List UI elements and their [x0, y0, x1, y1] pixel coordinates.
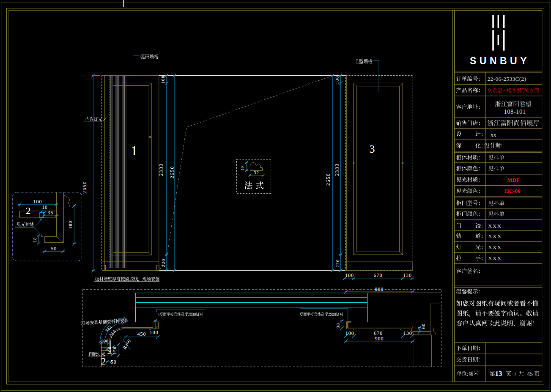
svg-text:10: 10: [42, 204, 48, 210]
svg-text:32: 32: [254, 170, 259, 175]
svg-text:220: 220: [335, 259, 340, 268]
svg-text:100: 100: [150, 329, 159, 335]
svg-text:2650: 2650: [82, 181, 88, 194]
svg-text:2330: 2330: [158, 163, 164, 176]
svg-text:100: 100: [68, 221, 73, 229]
svg-text:/: /: [515, 371, 516, 377]
svg-text:100: 100: [33, 199, 42, 205]
svg-text:2: 2: [101, 356, 106, 367]
svg-text:SUNBUY: SUNBUY: [470, 55, 530, 66]
svg-text:xx: xx: [491, 132, 496, 138]
svg-text:450: 450: [137, 331, 146, 337]
svg-text:100: 100: [107, 346, 112, 355]
svg-text:50: 50: [111, 359, 117, 365]
svg-text:2650: 2650: [325, 173, 331, 186]
svg-text:900: 900: [375, 286, 384, 292]
svg-text:XXX: XXX: [488, 233, 502, 239]
svg-text:100: 100: [160, 75, 165, 84]
svg-text:130: 130: [403, 272, 412, 278]
svg-text:3: 3: [370, 143, 375, 155]
svg-text:2650: 2650: [169, 166, 175, 178]
svg-text:22-06-2533C(2): 22-06-2533C(2): [488, 76, 526, 82]
svg-text:50: 50: [51, 246, 57, 252]
svg-text:2330: 2330: [334, 163, 340, 176]
svg-text:670: 670: [374, 272, 383, 278]
svg-text:100: 100: [345, 330, 354, 336]
svg-text:35: 35: [48, 210, 54, 216]
svg-text:45: 45: [527, 371, 533, 377]
svg-text:18: 18: [240, 165, 245, 170]
svg-text:18: 18: [32, 237, 37, 243]
svg-text:100: 100: [101, 338, 109, 343]
svg-text:100: 100: [345, 272, 354, 278]
svg-text:1: 1: [131, 143, 137, 158]
svg-text:2: 2: [26, 205, 31, 216]
svg-text:900: 900: [375, 336, 384, 342]
svg-text:150: 150: [112, 346, 117, 355]
svg-text:XXX: XXX: [488, 255, 502, 261]
svg-text:XXX: XXX: [488, 223, 502, 229]
svg-text:60: 60: [421, 323, 426, 329]
svg-text:130: 130: [403, 330, 412, 336]
svg-text:13: 13: [495, 370, 502, 378]
svg-text:100: 100: [334, 76, 340, 84]
svg-text:98: 98: [335, 323, 340, 329]
svg-text:MDF: MDF: [507, 177, 520, 183]
svg-text:108-101: 108-101: [504, 108, 526, 115]
svg-text:XXX: XXX: [488, 244, 502, 250]
svg-text:HC-06: HC-06: [505, 188, 521, 194]
